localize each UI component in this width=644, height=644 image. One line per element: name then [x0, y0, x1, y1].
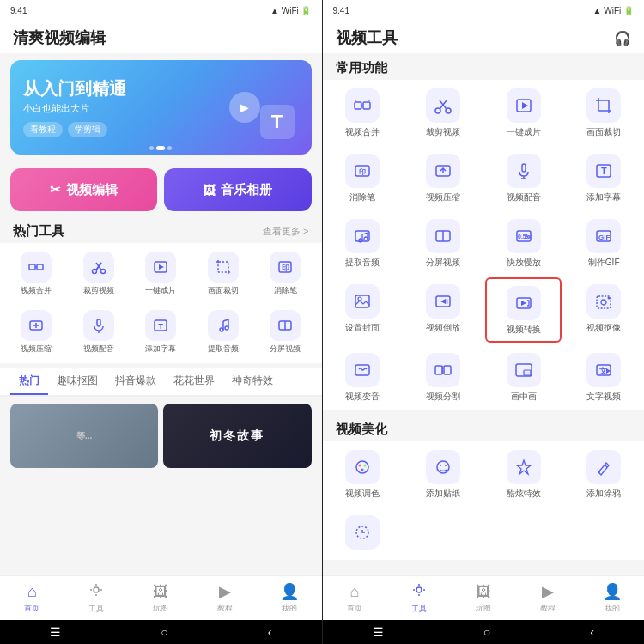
- svg-rect-39: [598, 100, 609, 111]
- svg-text:2x: 2x: [525, 234, 532, 240]
- tag-flower[interactable]: 花花世界: [165, 368, 223, 395]
- right-nav-tools[interactable]: 工具: [386, 579, 451, 618]
- rtool-video-split-icon: [426, 353, 460, 387]
- left-nav-mine[interactable]: 👤 我的: [258, 579, 322, 617]
- right-nav-tutorial[interactable]: ▶ 教程: [515, 579, 580, 617]
- tag-fun[interactable]: 趣味抠图: [48, 368, 106, 395]
- tool-erase[interactable]: 印 消除笔: [256, 246, 315, 301]
- svg-text:T: T: [159, 322, 164, 331]
- left-nav-tools[interactable]: 工具: [64, 579, 129, 618]
- tool-audio[interactable]: 提取音频: [194, 305, 253, 360]
- sys-menu[interactable]: ☰: [50, 625, 61, 639]
- sys-home[interactable]: ○: [161, 625, 167, 639]
- rtool-convert-label: 视频转换: [507, 324, 541, 336]
- tool-merge[interactable]: 视频合并: [7, 246, 66, 301]
- erase-icon: 印: [270, 252, 301, 283]
- banner-btn1[interactable]: 看教程: [23, 122, 63, 137]
- hot-tools-grid: 视频合并 裁剪视频 一键成片: [0, 243, 322, 363]
- svg-point-34: [446, 108, 451, 113]
- tag-hot[interactable]: 热门: [10, 368, 48, 395]
- rtool-merge[interactable]: 视频合并: [323, 80, 404, 145]
- rtool-dub[interactable]: 视频配音: [483, 145, 564, 210]
- svg-marker-92: [517, 460, 531, 474]
- preview-2[interactable]: 初冬故事: [163, 404, 311, 468]
- tool-crop-label: 画面裁切: [208, 285, 239, 296]
- rtool-sticker[interactable]: 添加贴纸: [403, 441, 483, 507]
- left-nav-home[interactable]: ⌂ 首页: [0, 580, 64, 617]
- rtool-effect-label: 酷炫特效: [507, 488, 541, 500]
- right-nav-home[interactable]: ⌂ 首页: [323, 580, 387, 617]
- svg-rect-77: [435, 366, 442, 374]
- right-nav-play[interactable]: 🖼 玩图: [451, 580, 515, 617]
- rtool-speed[interactable]: 0.5x 2x 快放慢放: [483, 210, 564, 276]
- rtool-snapshot[interactable]: 视频抠像: [563, 276, 644, 344]
- rtool-erase[interactable]: 印 消除笔: [323, 145, 404, 210]
- banner-btn2[interactable]: 学剪辑: [68, 122, 107, 137]
- sys-back[interactable]: ‹: [268, 625, 272, 639]
- banner-t-icon: T: [260, 105, 295, 139]
- tool-compress[interactable]: 视频压缩: [7, 305, 66, 360]
- tool-crop[interactable]: 画面裁切: [194, 246, 253, 301]
- rtool-convert[interactable]: 视频转换: [485, 277, 562, 343]
- rtool-reverse[interactable]: 视频倒放: [403, 276, 483, 344]
- rtool-paint[interactable]: 添加涂鸦: [563, 441, 644, 507]
- right-sys-menu[interactable]: ☰: [373, 625, 384, 639]
- rtool-onekey[interactable]: 一键成片: [483, 80, 564, 145]
- rtool-screen-split[interactable]: 分屏视频: [403, 210, 483, 276]
- rtool-cut-label: 裁剪视频: [426, 126, 460, 138]
- rtool-compress[interactable]: 视频压缩: [403, 145, 483, 210]
- rtool-speed-label: 快放慢放: [507, 257, 541, 269]
- rtool-crop[interactable]: 画面裁切: [563, 80, 644, 145]
- banner-play-button[interactable]: ▶: [229, 92, 260, 123]
- rtool-effect[interactable]: 酷炫特效: [483, 441, 564, 507]
- onekey-icon: [145, 252, 176, 283]
- rtool-cover[interactable]: 设置封面: [323, 276, 404, 344]
- right-header: 视频工具 🎧: [323, 21, 645, 53]
- tool-screen-split[interactable]: 分屏视频: [256, 305, 315, 360]
- right-sys-home[interactable]: ○: [483, 625, 490, 639]
- svg-point-90: [440, 465, 441, 466]
- right-sys-back[interactable]: ‹: [590, 625, 594, 639]
- edit-button[interactable]: ✂ 视频编辑: [10, 168, 157, 211]
- svg-rect-1: [37, 264, 43, 270]
- rtool-gif-icon: GIF: [586, 219, 621, 253]
- home-icon: ⌂: [27, 583, 37, 601]
- tag-douyin[interactable]: 抖音爆款: [106, 368, 165, 395]
- tool-onekey[interactable]: 一键成片: [131, 246, 191, 301]
- rtool-cut[interactable]: 裁剪视频: [403, 80, 483, 145]
- dot-2: [156, 146, 165, 150]
- rtool-crop-label: 画面裁切: [586, 126, 621, 138]
- tool-cut[interactable]: 裁剪视频: [70, 246, 129, 301]
- banner[interactable]: 从入门到精通 小白也能出大片 看教程 学剪辑 ▶ T: [10, 60, 312, 155]
- rtool-pip[interactable]: 画中画: [483, 344, 564, 410]
- rtool-color[interactable]: 视频调色: [323, 441, 404, 507]
- rtool-video-split[interactable]: 视频分割: [403, 344, 483, 410]
- rtool-speed-icon: 0.5x 2x: [507, 219, 541, 253]
- svg-marker-69: [440, 299, 446, 304]
- beauty-tools-grid: 视频调色 添加贴纸 酷: [323, 441, 645, 560]
- music-label: 音乐相册: [221, 182, 272, 198]
- rtool-subtitle[interactable]: T 添加字幕: [563, 145, 644, 210]
- rtool-erase-icon: 印: [345, 154, 380, 188]
- rtool-audio[interactable]: 提取音频: [323, 210, 404, 276]
- rtool-voice-change[interactable]: 视频变音: [323, 344, 404, 410]
- music-album-button[interactable]: 🖼 音乐相册: [164, 168, 311, 211]
- hot-tools-more[interactable]: 查看更多 >: [263, 225, 308, 238]
- rtool-gif[interactable]: GIF 制作GIF: [563, 210, 644, 276]
- rtool-reverse-label: 视频倒放: [426, 322, 460, 334]
- tag-magic[interactable]: 神奇特效: [223, 368, 282, 395]
- right-nav-mine[interactable]: 👤 我的: [580, 579, 644, 617]
- rtool-text-video[interactable]: 文 文字视频: [563, 344, 644, 410]
- rtool-cover-label: 设置封面: [345, 322, 380, 334]
- rtool-onekey-label: 一键成片: [507, 126, 541, 138]
- rtool-more[interactable]: [323, 507, 404, 560]
- left-nav-play[interactable]: 🖼 玩图: [129, 580, 193, 617]
- tool-subtitle[interactable]: T 添加字幕: [131, 305, 191, 360]
- svg-text:GIF: GIF: [598, 234, 610, 241]
- edit-label: 视频编辑: [66, 182, 118, 198]
- left-nav-tutorial[interactable]: ▶ 教程: [193, 579, 258, 617]
- tool-dub[interactable]: 视频配音: [70, 305, 129, 360]
- preview-1[interactable]: 等...: [10, 404, 158, 468]
- rtool-sticker-icon: [426, 450, 460, 484]
- svg-rect-66: [355, 295, 369, 307]
